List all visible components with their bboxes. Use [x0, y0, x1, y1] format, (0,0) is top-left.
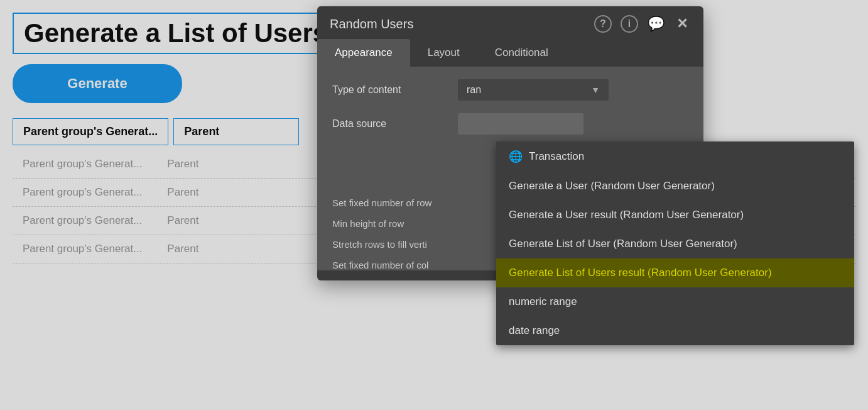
- dropdown-menu: 🌐 Transaction Generate a User (Random Us…: [496, 141, 854, 345]
- dropdown-item-generate-user[interactable]: Generate a User (Random User Generator): [496, 172, 854, 201]
- type-of-content-label: Type of content: [332, 84, 458, 96]
- dialog-tabs: Appearance Layout Conditional: [317, 39, 703, 67]
- item-label: Generate List of User (Random User Gener…: [509, 238, 737, 250]
- dialog-header: Random Users ? i 💬 ✕: [317, 6, 703, 33]
- item-label: numeric range: [509, 296, 577, 308]
- dropdown-item-generate-list-users-result[interactable]: Generate List of Users result (Random Us…: [496, 258, 854, 287]
- item-label: Transaction: [529, 150, 584, 163]
- dropdown-item-transaction[interactable]: 🌐 Transaction: [496, 141, 854, 172]
- globe-icon: 🌐: [509, 150, 523, 163]
- data-source-label: Data source: [332, 118, 458, 130]
- close-button[interactable]: ✕: [673, 15, 691, 33]
- comment-icon[interactable]: 💬: [647, 15, 665, 33]
- dropdown-item-numeric-range[interactable]: numeric range: [496, 287, 854, 316]
- tab-layout[interactable]: Layout: [410, 39, 477, 67]
- item-label: Generate a User result (Random User Gene…: [509, 209, 744, 221]
- dialog-title: Random Users: [330, 17, 413, 31]
- data-source-value[interactable]: [458, 113, 583, 135]
- set-fixed-rows-label: Set fixed number of row: [332, 197, 458, 208]
- dropdown-item-generate-user-result[interactable]: Generate a User result (Random User Gene…: [496, 201, 854, 230]
- min-height-label: Min height of row: [332, 218, 458, 229]
- dropdown-value: ran: [467, 84, 481, 96]
- tab-conditional[interactable]: Conditional: [477, 39, 566, 67]
- dropdown-item-date-range[interactable]: date range: [496, 316, 854, 345]
- info-icon[interactable]: i: [621, 15, 638, 33]
- data-source-row: Data source: [332, 113, 688, 135]
- dropdown-arrow-icon: ▼: [591, 85, 600, 95]
- dialog-header-icons: ? i 💬 ✕: [594, 15, 691, 33]
- help-icon[interactable]: ?: [594, 15, 612, 33]
- set-fixed-cols-label: Set fixed number of col: [332, 260, 458, 270]
- tab-appearance[interactable]: Appearance: [317, 39, 410, 67]
- type-of-content-row: Type of content ran ▼: [332, 79, 688, 101]
- item-label: Generate List of Users result (Random Us…: [509, 267, 772, 279]
- stretch-rows-label: Stretch rows to fill verti: [332, 239, 458, 250]
- dropdown-item-generate-list-user[interactable]: Generate List of User (Random User Gener…: [496, 230, 854, 258]
- item-label: date range: [509, 324, 560, 337]
- type-of-content-dropdown[interactable]: ran ▼: [458, 79, 609, 101]
- item-label: Generate a User (Random User Generator): [509, 180, 715, 192]
